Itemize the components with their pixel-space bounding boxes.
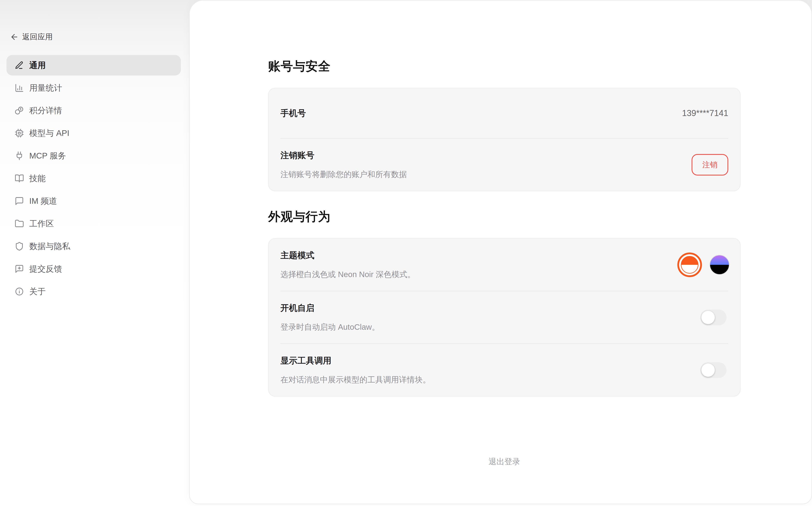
sidebar-nav: 通用 用量统计 积分详情 模型与 API — [6, 55, 181, 302]
coins-icon — [15, 106, 24, 115]
message-square-plus-icon — [15, 264, 24, 273]
arrow-left-icon — [10, 32, 19, 41]
main-panel: 账号与安全 手机号 139****7141 注销账号 注销账号将删除您的账户和所… — [189, 0, 812, 504]
folder-icon — [15, 219, 24, 228]
settings-page: 返回应用 通用 用量统计 积分详情 — [0, 0, 812, 506]
sidebar: 返回应用 通用 用量统计 积分详情 — [0, 0, 189, 506]
sidebar-item-label: 模型与 API — [29, 128, 69, 139]
theme-swatches — [677, 253, 729, 277]
autostart-row: 开机自启 登录时自动启动 AutoClaw。 — [280, 291, 728, 343]
sidebar-item-label: 提交反馈 — [29, 263, 62, 274]
toggle-knob — [702, 311, 715, 324]
sidebar-item-general[interactable]: 通用 — [6, 55, 181, 75]
theme-mode-description: 选择橙白浅色或 Neon Noir 深色模式。 — [280, 268, 728, 280]
sidebar-item-data-privacy[interactable]: 数据与隐私 — [6, 236, 181, 257]
toggle-knob — [702, 363, 715, 377]
phone-value: 139****7141 — [682, 108, 728, 118]
sidebar-item-about[interactable]: 关于 — [6, 281, 181, 302]
sidebar-item-label: 积分详情 — [29, 105, 62, 116]
logout-button[interactable]: 退出登录 — [483, 454, 526, 469]
info-icon — [15, 287, 24, 296]
autostart-label: 开机自启 — [280, 302, 728, 314]
sidebar-item-credits[interactable]: 积分详情 — [6, 100, 181, 121]
sidebar-item-feedback[interactable]: 提交反馈 — [6, 259, 181, 279]
sidebar-item-workspace[interactable]: 工作区 — [6, 214, 181, 234]
theme-mode-label: 主题模式 — [280, 249, 728, 261]
back-label: 返回应用 — [22, 31, 53, 42]
sidebar-item-label: 用量统计 — [29, 82, 62, 93]
theme-neon-noir-button[interactable] — [710, 255, 729, 275]
cpu-icon — [15, 129, 24, 138]
delete-account-description: 注销账号将删除您的账户和所有数据 — [280, 168, 728, 180]
sidebar-item-usage-stats[interactable]: 用量统计 — [6, 78, 181, 98]
sidebar-item-label: 技能 — [29, 173, 46, 184]
shield-icon — [15, 242, 24, 251]
sidebar-item-label: 通用 — [29, 60, 46, 71]
theme-mode-row: 主题模式 选择橙白浅色或 Neon Noir 深色模式。 — [280, 239, 728, 291]
phone-label: 手机号 — [280, 107, 306, 119]
sidebar-item-label: 工作区 — [29, 218, 54, 229]
message-square-icon — [15, 196, 24, 206]
show-tool-calls-description: 在对话消息中展示模型的工具调用详情块。 — [280, 374, 728, 386]
delete-account-button[interactable]: 注销 — [691, 154, 728, 175]
sidebar-item-label: 数据与隐私 — [29, 241, 70, 252]
book-open-icon — [15, 174, 24, 183]
theme-light-button[interactable] — [677, 253, 702, 277]
sidebar-item-skills[interactable]: 技能 — [6, 168, 181, 188]
plug-icon — [15, 151, 24, 161]
autostart-toggle[interactable] — [700, 310, 727, 325]
pencil-icon — [15, 61, 24, 70]
sidebar-item-label: MCP 服务 — [29, 150, 66, 161]
sidebar-item-im-channels[interactable]: IM 频道 — [6, 191, 181, 212]
sidebar-item-models-api[interactable]: 模型与 API — [6, 123, 181, 143]
back-button[interactable]: 返回应用 — [10, 31, 53, 42]
phone-row: 手机号 139****7141 — [280, 88, 728, 138]
delete-account-label: 注销账号 — [280, 149, 728, 161]
show-tool-calls-label: 显示工具调用 — [280, 354, 728, 367]
footer: 退出登录 — [268, 454, 741, 469]
section-title-appearance-behavior: 外观与行为 — [268, 208, 741, 225]
autostart-description: 登录时自动启动 AutoClaw。 — [280, 321, 728, 333]
appearance-card: 主题模式 选择橙白浅色或 Neon Noir 深色模式。 开机自启 登录时自动启… — [268, 238, 741, 397]
sidebar-item-mcp-services[interactable]: MCP 服务 — [6, 146, 181, 166]
show-tool-calls-row: 显示工具调用 在对话消息中展示模型的工具调用详情块。 — [280, 344, 728, 396]
show-tool-calls-toggle[interactable] — [700, 362, 727, 378]
chart-column-icon — [15, 83, 24, 93]
settings-content: 账号与安全 手机号 139****7141 注销账号 注销账号将删除您的账户和所… — [190, 1, 811, 469]
sidebar-item-label: IM 频道 — [29, 195, 57, 206]
theme-light-swatch — [681, 256, 698, 273]
section-title-account-security: 账号与安全 — [268, 57, 741, 75]
delete-account-row: 注销账号 注销账号将删除您的账户和所有数据 注销 — [280, 139, 728, 191]
sidebar-item-label: 关于 — [29, 286, 46, 297]
account-card: 手机号 139****7141 注销账号 注销账号将删除您的账户和所有数据 注销 — [268, 88, 741, 191]
